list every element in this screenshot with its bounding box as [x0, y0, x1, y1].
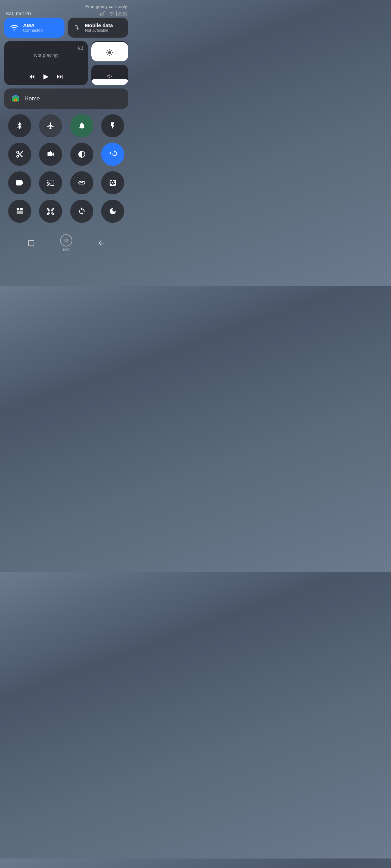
home-button[interactable]	[60, 234, 72, 246]
actions-row-4	[4, 200, 128, 223]
svg-rect-6	[20, 208, 23, 210]
media-controls: ⏮ ▶ ⏭	[9, 72, 83, 80]
edit-label: Edit	[63, 247, 70, 252]
svg-rect-5	[17, 208, 19, 210]
screenshot-button[interactable]	[8, 143, 31, 166]
actions-row-3	[4, 171, 128, 194]
back-button[interactable]	[95, 237, 107, 249]
video-camera-button[interactable]	[8, 171, 31, 194]
slider-tiles	[91, 41, 128, 85]
svg-rect-4	[50, 151, 51, 152]
status-icons: Emergency calls only	[85, 4, 127, 9]
settings-button[interactable]	[101, 171, 124, 194]
wifi-tile-text: AMA Connected	[23, 22, 43, 33]
airplane-mode-button[interactable]	[39, 114, 62, 137]
media-row: Not playing ⏮ ▶ ⏭	[4, 41, 128, 85]
next-button[interactable]: ⏭	[57, 73, 63, 80]
volume-slider[interactable]	[91, 65, 128, 85]
nav-bar: Edit	[0, 230, 132, 255]
night-mode-button[interactable]	[101, 200, 124, 223]
emergency-calls-text: Emergency calls only	[85, 4, 127, 9]
wifi-icon	[10, 23, 19, 32]
rotate-sync-button[interactable]	[70, 200, 93, 223]
mobile-data-status: Not available	[85, 28, 113, 33]
media-player[interactable]: Not playing ⏮ ▶ ⏭	[4, 41, 88, 85]
notifications-button[interactable]	[70, 114, 93, 137]
one-handed-button[interactable]	[8, 200, 31, 223]
screen-lock-button[interactable]	[101, 143, 124, 166]
media-status: Not playing	[9, 53, 83, 58]
cast-icon[interactable]	[77, 45, 84, 52]
mobile-data-title: Mobile data	[85, 22, 113, 28]
wifi-network-name: AMA	[23, 22, 43, 28]
recents-button[interactable]	[25, 237, 37, 249]
home-label: Home	[24, 95, 40, 102]
brightness-slider[interactable]	[91, 41, 128, 61]
play-button[interactable]: ▶	[43, 72, 49, 80]
wifi-status: Connected	[23, 28, 43, 33]
cast-screen-button[interactable]	[39, 171, 62, 194]
mobile-data-text: Mobile data Not available	[85, 22, 113, 33]
svg-rect-7	[17, 211, 23, 214]
wifi-status-icon	[108, 11, 114, 16]
tiles-row-1: AMA Connected Mobile data Not available	[4, 18, 128, 38]
svg-rect-8	[29, 240, 34, 246]
mobile-data-tile[interactable]: Mobile data Not available	[68, 18, 128, 38]
flashlight-button[interactable]	[101, 114, 124, 137]
mobile-data-icon	[73, 23, 81, 32]
quick-tiles: AMA Connected Mobile data Not available	[0, 18, 132, 109]
status-right-icons: 34 %	[100, 11, 127, 16]
qr-scan-button[interactable]	[39, 200, 62, 223]
screen-record-button[interactable]	[39, 143, 62, 166]
status-bar: Emergency calls only	[0, 0, 132, 11]
home-tile[interactable]: Home	[4, 88, 128, 109]
google-home-icon	[11, 94, 20, 103]
no-signal-icon	[100, 11, 106, 16]
date-display: Sat, Oct 26	[5, 11, 31, 16]
prev-button[interactable]: ⏮	[29, 73, 35, 80]
bluetooth-button[interactable]	[8, 114, 31, 137]
wifi-tile[interactable]: AMA Connected	[4, 18, 64, 38]
invert-colors-button[interactable]	[70, 143, 93, 166]
brightness-icon	[106, 49, 113, 61]
actions-row-1	[4, 114, 128, 137]
volume-icon	[106, 73, 113, 85]
actions-row-2	[4, 143, 128, 166]
quick-actions	[0, 109, 132, 223]
battery-indicator: 34 %	[116, 11, 127, 16]
nearby-share-button[interactable]	[70, 171, 93, 194]
